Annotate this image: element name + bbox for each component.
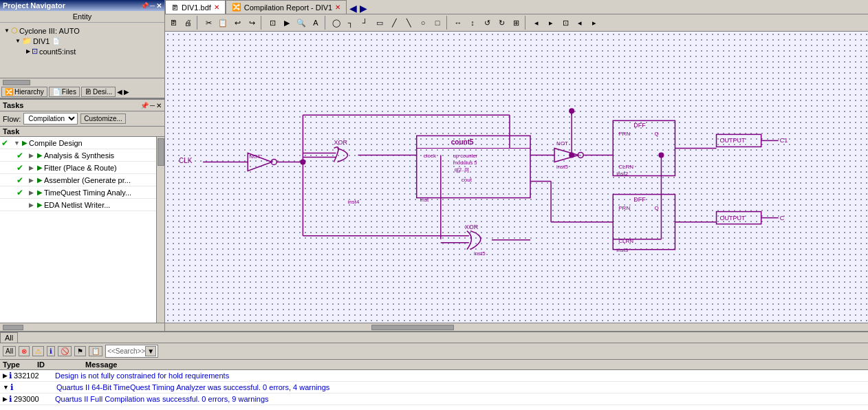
task-title-row: Task [0, 127, 164, 137]
line2-btn[interactable]: ╲ [402, 17, 415, 29]
zoom-btn[interactable]: 🔍 [294, 17, 308, 29]
close-tab-report[interactable]: ✕ [335, 3, 340, 11]
forward-nav-icon[interactable]: ▶ [360, 3, 367, 14]
task-label-analysis: Analysis & Synthesis [44, 151, 114, 160]
pin-icon[interactable]: 📌 [140, 2, 149, 10]
schematic-canvas[interactable]: CLK NOT XOR [165, 32, 868, 323]
task-analysis[interactable]: ✔ ▶ ▶ Analysis & Synthesis [0, 149, 164, 162]
bottom-tab-all[interactable]: All [0, 332, 18, 343]
tasks-close-icon[interactable]: ✕ [156, 102, 162, 109]
tasks-title-icons: 📌 ─ ✕ [140, 102, 162, 109]
new-btn[interactable]: 🖹 [166, 17, 180, 28]
msg-row-0[interactable]: ▶ ℹ 332102 Design is not fully constrain… [0, 370, 868, 382]
main-tab-div1bdf[interactable]: 🖹 DIV1.bdf ✕ [165, 0, 226, 14]
rect-btn[interactable]: ▭ [373, 17, 387, 29]
search-dropdown-btn[interactable]: ▼ [145, 346, 156, 356]
expand-analysis[interactable]: ▶ [29, 152, 36, 159]
copy-btn[interactable]: 📋 [216, 17, 230, 29]
svg-text:clock: clock [424, 153, 437, 159]
undo-btn[interactable]: ↩ [230, 17, 244, 29]
arc-btn[interactable]: ◯ [329, 17, 343, 29]
main-area: 🖹 DIV1.bdf ✕ 🔀 Compilation Report - DIV1… [165, 0, 868, 331]
task-compile-design[interactable]: ✔ ▼ ▶ Compile Design [0, 137, 164, 149]
expand-timequest[interactable]: ▶ [29, 189, 36, 196]
main-tab-report[interactable]: 🔀 Compilation Report - DIV1 ✕ [226, 0, 347, 14]
msg-filter-all[interactable]: All [3, 346, 16, 356]
tab-scroll-left[interactable]: ◀ [117, 88, 122, 96]
next-btn[interactable]: ▸ [587, 17, 601, 29]
panel-title-icons: 📌 ─ ✕ [140, 2, 162, 10]
prev-btn[interactable]: ◂ [573, 17, 587, 29]
redo-btn[interactable]: ↪ [245, 17, 259, 29]
bus-btn[interactable]: ┘ [358, 17, 372, 28]
tab-hierarchy[interactable]: 🔀 Hierarchy [1, 87, 47, 97]
run-btn[interactable]: ▶ [280, 17, 294, 29]
msg-row-2[interactable]: ▶ ℹ 293000 Quartus II Full Compilation w… [0, 393, 868, 405]
back-nav-icon[interactable]: ◀ [349, 3, 357, 14]
task-fitter[interactable]: ✔ ▶ ▶ Fitter (Place & Route) [0, 162, 164, 174]
zoom-in-btn[interactable]: ◂ [530, 17, 543, 29]
tab-design[interactable]: 🖹 Desi... [81, 87, 116, 97]
svg-marker-28 [554, 148, 578, 162]
tasks-panel: Tasks 📌 ─ ✕ Flow: Compilation Customize.… [0, 99, 164, 331]
msg-row-1[interactable]: ▼ ℹ Quartus II 64-Bit TimeQuest Timing A… [0, 382, 868, 393]
h-scrollbar[interactable] [0, 78, 164, 86]
msg-filter-info[interactable]: ℹ [47, 346, 55, 356]
rot-r-btn[interactable]: ↻ [495, 17, 508, 29]
cut-btn[interactable]: ✂ [202, 17, 215, 29]
tree-item-count5[interactable]: ▶ ⊡ count5:inst [25, 46, 162, 56]
expand-icon-2[interactable]: ▶ [3, 396, 8, 402]
tasks-scrollbar[interactable] [156, 137, 164, 323]
expand-icon-1[interactable]: ▼ [3, 384, 9, 391]
close-tab-bdf[interactable]: ✕ [214, 3, 219, 11]
msg-filter-error[interactable]: ⊗ [19, 346, 30, 356]
msg-filter-extra[interactable]: 📋 [89, 346, 102, 356]
print-btn[interactable]: 🖨 [181, 17, 195, 28]
tree-item-cyclone[interactable]: ▼ ⬡ Cyclone III: AUTO [3, 25, 162, 36]
flow-row: Flow: Compilation Customize... [0, 111, 164, 127]
play-icon-eda: ▶ [37, 201, 43, 208]
expand-fitter[interactable]: ▶ [29, 164, 36, 171]
circuit-diagram: CLK NOT XOR [165, 32, 868, 323]
expand-eda[interactable]: ▶ [29, 202, 36, 208]
shape-btn[interactable]: □ [431, 17, 444, 28]
tasks-h-scrollbar[interactable] [0, 323, 164, 331]
expand-assembler[interactable]: ▶ [29, 177, 36, 184]
task-timequest[interactable]: ✔ ▶ ▶ TimeQuest Timing Analy... [0, 186, 164, 199]
msg-filter-flag[interactable]: ⚑ [74, 346, 86, 356]
design-icon: 🖹 [85, 88, 91, 96]
flow-select[interactable]: Compilation [23, 113, 78, 125]
task-assembler[interactable]: ✔ ▶ ▶ Assembler (Generate pr... [0, 174, 164, 186]
customize-button[interactable]: Customize... [80, 114, 126, 124]
expand-compile[interactable]: ▼ [14, 140, 21, 147]
msg-filter-suppress[interactable]: 🚫 [58, 346, 72, 356]
sep1 [197, 16, 199, 30]
line1-btn[interactable]: ╱ [387, 17, 401, 29]
task-eda[interactable]: ✔ ▶ ▶ EDA Netlist Writer... [0, 199, 164, 211]
tree-item-div1[interactable]: ▼ 📁 DIV1 📄 [14, 36, 162, 46]
close-nav-icon[interactable]: ✕ [156, 2, 162, 10]
main-toolbar: 🖹 🖨 ✂ 📋 ↩ ↪ ⊡ ▶ 🔍 A ◯ ┐ ┘ ▭ ╱ ╲ ○ [165, 14, 868, 32]
circle-btn[interactable]: ○ [416, 17, 430, 28]
canvas-h-scrollbar[interactable] [165, 323, 868, 331]
tasks-pin-icon[interactable]: 📌 [140, 102, 149, 109]
fit-btn[interactable]: ⊡ [558, 17, 572, 29]
task-label-fitter: Fitter (Place & Route) [44, 164, 117, 172]
canvas-scroll-thumb [371, 325, 454, 330]
tasks-min-icon[interactable]: ─ [150, 102, 155, 109]
zoom-out-btn[interactable]: ▸ [544, 17, 558, 29]
tab-files[interactable]: 📄 Files [49, 87, 80, 97]
select-btn[interactable]: ⊡ [265, 17, 279, 29]
flip-v-btn[interactable]: ↕ [466, 17, 479, 28]
text-btn[interactable]: A [309, 17, 323, 28]
svg-text:NOT: NOT [556, 140, 568, 147]
sep2 [261, 16, 263, 30]
tab-scroll-right[interactable]: ▶ [124, 88, 129, 96]
minimize-icon[interactable]: ─ [150, 2, 155, 10]
wire-btn[interactable]: ┐ [344, 17, 358, 28]
msg-filter-warning[interactable]: ⚠ [32, 346, 44, 356]
align-btn[interactable]: ⊞ [509, 17, 523, 29]
expand-icon-0[interactable]: ▶ [3, 372, 8, 379]
flip-h-btn[interactable]: ↔ [451, 17, 465, 28]
rot-l-btn[interactable]: ↺ [480, 17, 494, 29]
